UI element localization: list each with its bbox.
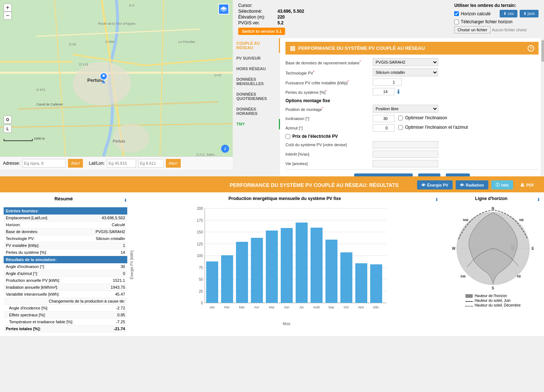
horizon-download-icon[interactable]: ⬇ [537,197,540,202]
optimiser-az-checkbox[interactable] [398,125,403,130]
svg-text:Déc: Déc [373,305,379,309]
table-row: Pertes du système [%]:14 [4,249,127,256]
zoom-in-button[interactable]: + [4,4,12,12]
csv-download-button[interactable]: ⬇ csv [500,10,517,17]
svg-text:D 97: D 97 [215,73,221,77]
form-csv-button[interactable]: ⬇ csv [418,173,440,176]
svg-text:SE: SE [517,275,521,278]
entrees-header: Entrées fournies: [4,207,127,215]
form-row-technologie: Technologie PV* Silicium cristallin [285,68,539,76]
form-bottom-buttons: 👁 Visualiser résultats ⬇ csv ⬇ json [285,169,539,176]
cout-input[interactable] [373,141,438,148]
tab-couple[interactable]: COUPLÉ AU RÉSEAU [233,38,280,53]
info-button[interactable]: ⓘ Info [491,180,513,189]
optimiser-inclinaison-checkbox[interactable] [398,116,403,120]
results-content: Résumé ⬇ Entrées fournies: Emplacement [… [0,192,544,336]
svg-text:Jan: Jan [209,305,215,309]
form-help-icon[interactable]: ? [528,45,534,52]
simulation-header: Résultats de la simulation: [4,256,127,264]
zoom-out-button[interactable]: − [4,12,12,20]
download-horizon-checkbox[interactable] [454,20,459,24]
svg-text:Fév: Fév [224,305,230,309]
optimiser-az-label: Optimiser l'inclinaison et l'azimut [405,125,468,130]
svg-text:25: 25 [199,289,203,293]
y-axis-label: Énergie PV [kWh] [130,251,134,279]
form-row-puissance: Puissance PV crête installée [kWp]* [285,79,539,86]
results-actions: 👁 Énergie PV 👁 Radiation ⓘ Info 🖶 PDF [417,180,539,189]
technologie-pv-select[interactable]: Silicium cristallin [373,68,438,76]
legend-december: Hauteur du soleil, Décembre [465,303,521,307]
horizon-calc-checkbox[interactable] [454,11,459,16]
visualiser-button[interactable]: 👁 Visualiser résultats [354,173,413,176]
svg-text:200: 200 [197,207,203,211]
svg-text:100: 100 [197,254,203,258]
puissance-input[interactable] [373,79,402,86]
tab-donnees-horaires[interactable]: DONNÉES HORAIRES [233,104,280,119]
svg-text:SW: SW [460,275,466,278]
azimut-input[interactable] [373,124,395,132]
address-go-button[interactable]: Aller! [68,159,83,168]
info-top: Cursor: Sélectionné: 43.696, 5.502 Éléva… [233,0,544,38]
interet-input[interactable] [373,151,438,158]
pdf-button[interactable]: 🖶 PDF [516,180,539,189]
elevation-label: Élévation (m): [238,15,275,20]
left-col: Route de la Tour d'Aigues D 9 D 56 D 956… [0,0,233,176]
tab-pv-suiveur[interactable]: PV SUIVEUR [233,53,280,64]
eye-radiation-icon: 👁 [460,183,464,187]
tab-hors-reseau[interactable]: HORS RÉSEAU [233,64,280,74]
summary-download-icon[interactable]: ⬇ [124,198,127,203]
cursor-label: Cursor: [238,3,252,8]
svg-text:NW: NW [463,218,468,222]
address-input[interactable] [22,159,66,168]
address-label: Adresse: [3,161,20,166]
prix-elec-label: Prix de l'électricité PV [292,134,338,139]
svg-text:D 973: D 973 [36,88,45,92]
legend-june: Hauteur du soleil, Juin [465,299,521,303]
right-col: Cursor: Sélectionné: 43.696, 5.502 Éléva… [233,0,544,176]
legend-dotted-icon [465,306,473,307]
position-select[interactable]: Position libre [373,105,438,113]
shadow-title: Utiliser les ombres du terrain: [454,3,539,8]
map-l-button[interactable]: L [4,125,12,133]
selected-value: 43.696, 5.502 [277,9,304,14]
map-container[interactable]: Route de la Tour d'Aigues D 9 D 56 D 956… [0,0,233,156]
map-info-button[interactable]: i [221,145,229,153]
file-chooser: Choisir un fichier Aucun fichier choisi [454,26,539,33]
layer-button[interactable] [218,4,229,15]
table-row: Variabilité interannuelle [kWh]:45.47 [4,291,127,298]
svg-text:Sep: Sep [328,305,334,309]
inclinaison-input[interactable] [373,115,395,122]
x-axis-label: Mois [283,322,290,326]
table-row: Angle d'azimut [°]:0 [4,270,127,277]
bar-jui [296,223,308,303]
base-donnees-select[interactable]: PVGIS-SARAH2 [373,58,438,66]
tab-donnees-mensuelles[interactable]: DONNÉES MENSUELLES [233,74,280,89]
tab-tmy[interactable]: TMY [233,119,280,129]
vie-input[interactable] [373,160,438,167]
summary-table: Entrées fournies: Emplacement [Lat/Lon]:… [4,207,127,332]
info-icon: ⓘ [496,182,500,188]
radiation-button[interactable]: 👁 Radiation [456,180,488,189]
choose-file-button[interactable]: Choisir un fichier [454,26,491,33]
latlon-go-button[interactable]: Aller! [166,159,181,168]
no-file-label: Aucun fichier choisi [492,28,527,32]
energie-pv-button[interactable]: 👁 Énergie PV [417,180,453,189]
tab-donnees-quotidiennes[interactable]: DONNÉES QUOTIDIENNES [233,89,280,104]
results-title: PERFORMANCE DU SYSTÈME PV COUPLÉ AU RÉSE… [211,182,417,188]
pertes-input[interactable] [373,88,395,95]
form-row-inclinaison: Inclinaison [°] Optimiser l'inclinaison [285,115,539,122]
prix-elec-checkbox[interactable] [285,134,290,139]
svg-text:0: 0 [201,301,203,305]
lon-input[interactable] [138,159,164,168]
chart-download-icon[interactable]: ⬇ [435,197,439,202]
json-download-button[interactable]: ⬇ json [520,10,539,17]
svg-text:Canal de Cadenet: Canal de Cadenet [36,103,63,106]
bar-mai [266,231,278,303]
download-horizon-label: Télécharger fichier horizon [461,19,512,24]
map-o-button[interactable]: O [4,116,12,124]
switch-version-button[interactable]: Switch to version 5.1 [238,28,285,35]
form-json-button[interactable]: ⬇ json [446,173,469,176]
lat-input[interactable] [107,159,136,168]
form-row-pertes: Pertes du système [%]* ⬇ [285,88,539,95]
table-row: Emplacement [Lat/Lon]:43.696,5.502 [4,215,127,221]
